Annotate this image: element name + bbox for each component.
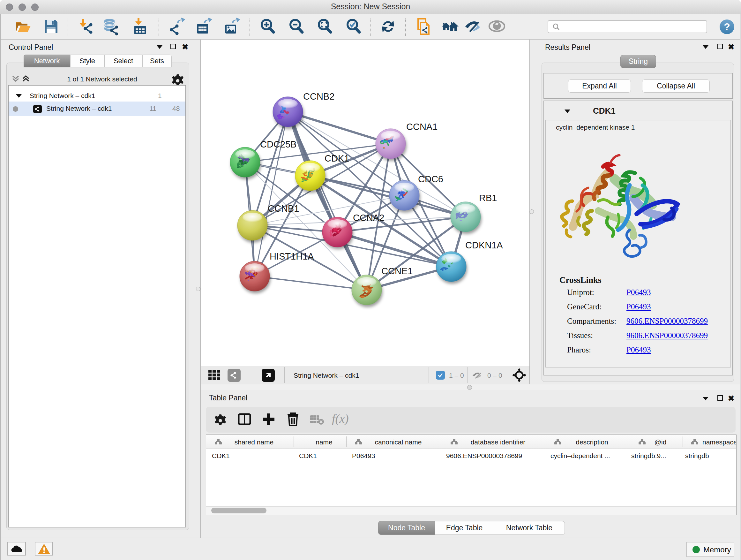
svg-text:CCNB2: CCNB2 xyxy=(303,91,334,102)
svg-text:CDK1: CDK1 xyxy=(325,153,349,164)
svg-text:CDC25B: CDC25B xyxy=(260,139,296,149)
svg-text:CCNB1: CCNB1 xyxy=(268,203,299,213)
svg-text:CCNA2: CCNA2 xyxy=(353,212,384,223)
svg-text:CDKN1A: CDKN1A xyxy=(465,240,503,250)
svg-text:CDC6: CDC6 xyxy=(418,174,443,184)
svg-text:RB1: RB1 xyxy=(479,193,497,203)
svg-text:CCNE1: CCNE1 xyxy=(381,266,413,276)
svg-text:HIST1H1A: HIST1H1A xyxy=(270,251,314,261)
svg-text:CCNA1: CCNA1 xyxy=(406,122,437,132)
